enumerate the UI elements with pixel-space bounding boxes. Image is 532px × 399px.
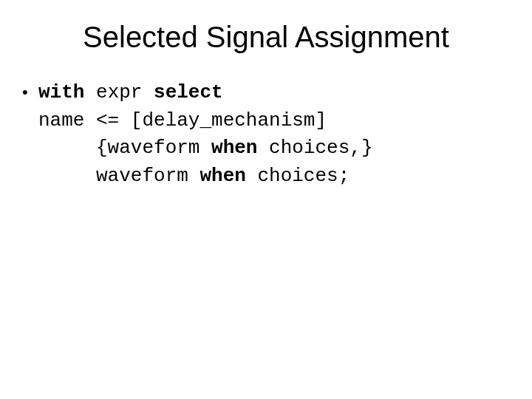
slide: Selected Signal Assignment • with expr s… <box>0 0 532 399</box>
syntax-line-3-pre: {waveform <box>38 137 211 159</box>
slide-title: Selected Signal Assignment <box>0 0 532 54</box>
syntax-line-4-post: choices; <box>246 165 349 187</box>
syntax-block: with expr select name <= [delay_mechanis… <box>38 79 373 191</box>
slide-body: • with expr select name <= [delay_mechan… <box>0 54 532 191</box>
syntax-line-3-post: choices,} <box>257 137 372 159</box>
text-expr: expr <box>84 81 154 103</box>
syntax-line-4-pre: waveform <box>38 165 200 187</box>
bullet-icon: • <box>22 79 38 105</box>
keyword-with: with <box>38 81 84 103</box>
bullet-item: • with expr select name <= [delay_mechan… <box>22 79 510 191</box>
keyword-when-2: when <box>200 165 245 187</box>
syntax-line-2: name <= [delay_mechanism] <box>38 109 327 132</box>
keyword-select: select <box>154 81 223 103</box>
keyword-when-1: when <box>211 137 257 159</box>
